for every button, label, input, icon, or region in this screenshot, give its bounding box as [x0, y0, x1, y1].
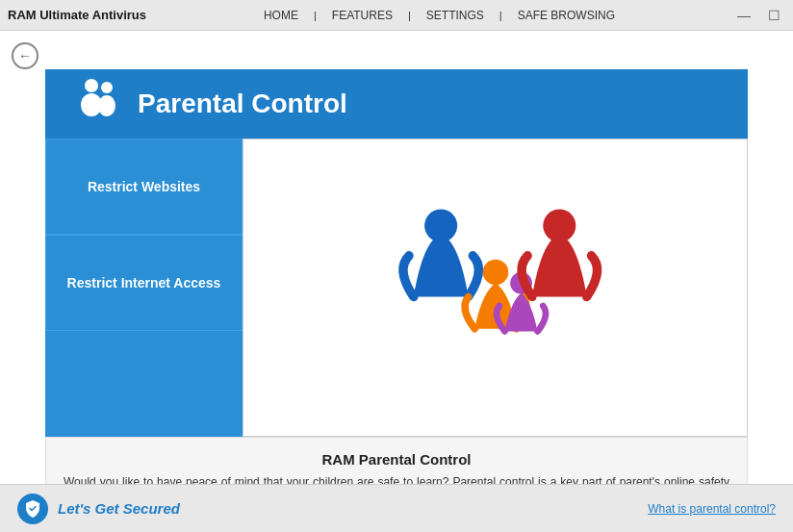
footer-tagline: Let's Get Secured	[58, 500, 180, 517]
minimize-button[interactable]: —	[732, 6, 755, 25]
page-title: Parental Control	[138, 89, 347, 119]
restrict-websites-button[interactable]: Restrict Websites	[45, 139, 243, 235]
nav-bar: HOME | FEATURES | SETTINGS | SAFE BROWSI…	[256, 9, 623, 22]
svg-point-5	[482, 260, 508, 286]
nav-sep-3: |	[492, 10, 510, 21]
nav-settings[interactable]: SETTINGS	[419, 9, 492, 22]
svg-point-2	[101, 82, 113, 93]
footer: Let's Get Secured What is parental contr…	[0, 484, 793, 532]
svg-point-0	[85, 79, 98, 92]
description-title: RAM Parental Control	[64, 451, 729, 468]
nav-features[interactable]: FEATURES	[324, 9, 400, 22]
svg-point-3	[98, 95, 115, 116]
window-controls: — ☐	[732, 6, 785, 25]
back-arrow-icon: ←	[18, 48, 32, 63]
restrict-internet-access-button[interactable]: Restrict Internet Access	[45, 235, 243, 331]
nav-home[interactable]: HOME	[256, 9, 306, 22]
nav-sep-1: |	[306, 10, 324, 21]
content-wrapper: Parental Control Restrict Websites Restr…	[45, 69, 748, 522]
parental-control-image	[243, 139, 748, 437]
shield-icon	[17, 494, 48, 524]
maximize-button[interactable]: ☐	[763, 6, 785, 25]
family-icon	[64, 78, 118, 131]
back-button[interactable]: ←	[12, 42, 38, 69]
left-sidebar: Restrict Websites Restrict Internet Acce…	[45, 139, 243, 437]
nav-safe-browsing[interactable]: SAFE BROWSING	[510, 9, 623, 22]
header-banner: Parental Control	[45, 69, 748, 139]
title-bar: RAM Ultimate Antivirus HOME | FEATURES |…	[0, 0, 793, 31]
main-container: ← Parental Control	[0, 31, 793, 532]
app-title: RAM Ultimate Antivirus	[8, 8, 146, 22]
nav-sep-2: |	[400, 10, 419, 21]
family-illustration-icon	[371, 201, 621, 374]
body-section: Restrict Websites Restrict Internet Acce…	[45, 139, 748, 437]
footer-left: Let's Get Secured	[17, 494, 180, 524]
parental-control-link[interactable]: What is parental control?	[648, 502, 776, 516]
